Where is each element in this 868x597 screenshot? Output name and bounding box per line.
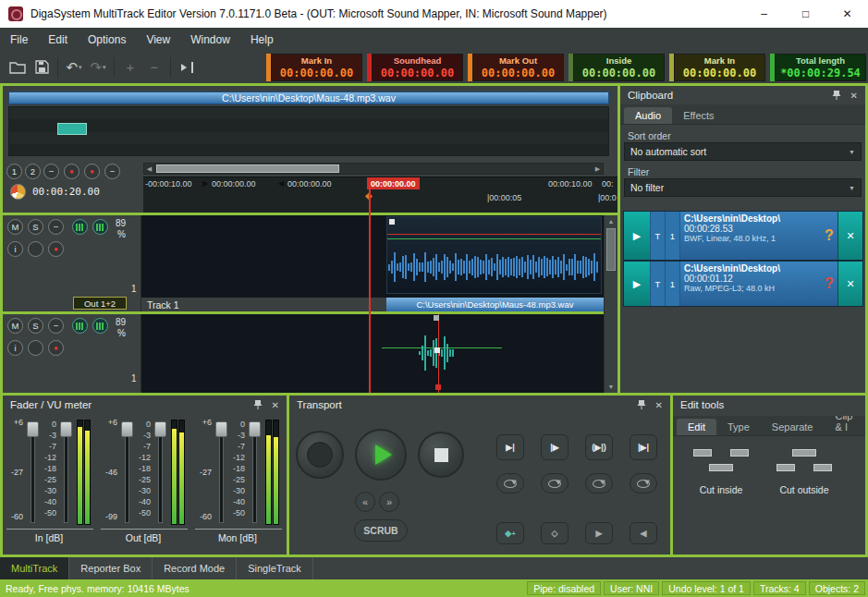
undo-button[interactable]: ↶▾ — [62, 55, 86, 79]
maximize-button[interactable]: □ — [785, 0, 826, 28]
play-selection-button[interactable]: |▶| — [630, 434, 657, 460]
marker-handle[interactable] — [435, 384, 441, 390]
collapse-button[interactable]: − — [48, 318, 64, 334]
mute-button[interactable]: M — [7, 318, 23, 334]
overview-file-bar[interactable]: C:\Users\nin\Desktop\Maus-48.mp3.wav — [8, 91, 609, 104]
vscroll-thumb[interactable] — [606, 228, 616, 271]
tab-type[interactable]: Type — [716, 419, 761, 435]
record-arm-button[interactable]: ● — [48, 340, 64, 356]
play-button[interactable]: ▶ — [624, 212, 650, 260]
collapse-button[interactable]: − — [48, 219, 64, 235]
track-name-label[interactable]: Track 1 — [141, 298, 386, 311]
marker-button[interactable]: ◇ — [541, 522, 568, 544]
prev-marker-button[interactable]: ◀ — [630, 522, 657, 544]
timeline-minus-button[interactable]: − — [43, 164, 59, 179]
goto-marker-button[interactable] — [175, 55, 199, 79]
item-info[interactable]: C:\Users\nin\Desktop\ 00:00:28.53 BWF, L… — [679, 212, 821, 260]
scroll-down-icon[interactable]: ▼ — [605, 381, 617, 393]
remove-item-button[interactable]: ✕ — [837, 262, 862, 306]
loop-3-button[interactable] — [585, 473, 613, 493]
loop-4-button[interactable] — [630, 473, 657, 493]
cut-inside-button[interactable]: Cut inside — [684, 445, 758, 523]
tab-clip[interactable]: Clip & I — [824, 416, 865, 435]
fader-knob-r[interactable] — [249, 421, 261, 437]
scroll-up-icon[interactable]: ▲ — [605, 215, 617, 227]
close-icon[interactable]: ✕ — [272, 400, 279, 410]
hscroll-thumb[interactable] — [156, 164, 339, 173]
sort-order-select[interactable]: No automatic sort ▼ — [624, 142, 862, 161]
close-icon[interactable]: ✕ — [850, 91, 858, 101]
info-button[interactable]: i — [7, 340, 23, 356]
close-button[interactable]: ✕ — [826, 0, 868, 28]
item-info[interactable]: C:\Users\nin\Desktop\ 00:00:01.12 Raw, M… — [679, 262, 821, 306]
lock-button[interactable] — [28, 340, 43, 356]
meter-a-button[interactable] — [72, 219, 88, 235]
timeline-hscrollbar[interactable]: ◀ ▶ — [143, 163, 604, 175]
play-around-button[interactable]: (▶|) — [585, 434, 613, 460]
remove-button[interactable]: − — [142, 55, 166, 79]
save-button[interactable] — [30, 55, 54, 79]
remove-marker-button[interactable]: − — [104, 164, 120, 179]
clipboard-item[interactable]: ▶ T 1 C:\Users\nin\Desktop\ 00:00:28.53 … — [624, 212, 862, 260]
track-file-bar[interactable]: C:\Users\nin\Desktop\Maus-48.mp3.wav — [386, 298, 604, 311]
tab-multitrack[interactable]: MultiTrack — [0, 557, 69, 579]
timeline-button-2[interactable]: 2 — [25, 164, 41, 179]
play-from-cursor-button[interactable]: |▶ — [541, 434, 568, 460]
marker-handle[interactable] — [434, 347, 440, 353]
fader-knob-r[interactable] — [154, 421, 166, 437]
tab-effects[interactable]: Effects — [672, 107, 725, 124]
meter-a-button[interactable] — [72, 318, 88, 334]
solo-button[interactable]: S — [28, 318, 43, 334]
track-vscrollbar[interactable]: ▲ ▼ — [604, 215, 617, 393]
menu-window[interactable]: Window — [180, 28, 240, 51]
minimize-button[interactable]: – — [743, 0, 785, 28]
tab-audio[interactable]: Audio — [624, 107, 672, 124]
record-marker-button[interactable]: ● — [64, 164, 79, 179]
info-button[interactable]: i — [7, 241, 23, 257]
timeline-button-1[interactable]: 1 — [6, 164, 22, 179]
track-2-lane[interactable] — [141, 314, 604, 393]
mute-button[interactable]: M — [7, 219, 23, 235]
record-button[interactable] — [296, 431, 344, 479]
menu-view[interactable]: View — [136, 28, 180, 51]
skip-back-button[interactable]: « — [355, 492, 375, 512]
pin-icon[interactable] — [832, 90, 841, 101]
pin-icon[interactable] — [637, 399, 646, 410]
tab-edit[interactable]: Edit — [677, 419, 716, 435]
solo-button[interactable]: S — [28, 219, 43, 235]
scroll-left-icon[interactable]: ◀ — [144, 164, 154, 174]
audio-clip[interactable] — [386, 216, 602, 294]
record-marker-2-button[interactable]: ● — [84, 164, 100, 179]
lock-button[interactable] — [28, 241, 43, 257]
marker-handle[interactable] — [434, 315, 439, 321]
scrub-button[interactable]: SCRUB — [354, 519, 408, 542]
record-arm-button[interactable]: ● — [48, 241, 64, 257]
meter-b-button[interactable] — [92, 219, 108, 235]
clipboard-item[interactable]: ▶ T 1 C:\Users\nin\Desktop\ 00:00:01.12 … — [624, 262, 862, 306]
cut-outside-button[interactable]: Cut outside — [767, 445, 841, 523]
skip-forward-button[interactable]: » — [379, 492, 399, 512]
wheel-mode-icon[interactable] — [10, 184, 26, 200]
tab-record-mode[interactable]: Record Mode — [153, 557, 237, 579]
add-button[interactable]: + — [118, 55, 142, 79]
clip-handle[interactable] — [389, 219, 395, 225]
play-button[interactable]: ▶ — [624, 262, 650, 306]
output-routing-selector[interactable]: Out 1+2 — [73, 297, 127, 310]
playhead-line[interactable] — [369, 182, 371, 393]
close-icon[interactable]: ✕ — [655, 400, 663, 410]
next-marker-button[interactable]: ▶ — [585, 522, 613, 544]
menu-file[interactable]: File — [0, 28, 38, 51]
fader-knob-r[interactable] — [60, 421, 72, 437]
overview-lanes[interactable] — [8, 106, 609, 156]
filter-select[interactable]: No filter ▼ — [624, 178, 862, 197]
play-to-cursor-button[interactable]: ▶| — [496, 434, 524, 460]
stop-button[interactable] — [418, 432, 464, 478]
tab-singletrack[interactable]: SingleTrack — [237, 557, 313, 579]
pin-icon[interactable] — [253, 399, 263, 410]
open-button[interactable] — [6, 55, 30, 79]
clip-red-line[interactable] — [387, 234, 601, 235]
clip-gain-line[interactable] — [387, 238, 601, 239]
scroll-right-icon[interactable]: ▶ — [593, 164, 603, 174]
meter-b-button[interactable] — [92, 318, 108, 334]
menu-edit[interactable]: Edit — [38, 28, 78, 51]
